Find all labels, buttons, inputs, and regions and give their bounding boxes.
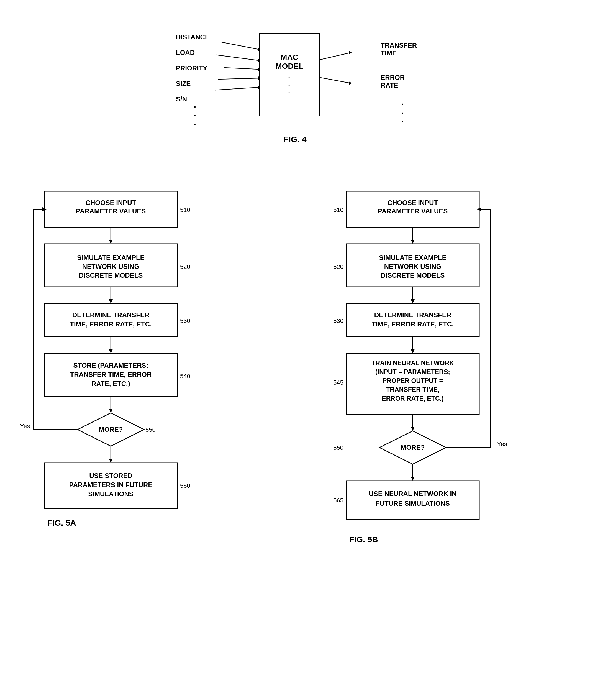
- svg-text:CHOOSE INPUT: CHOOSE INPUT: [388, 199, 438, 206]
- svg-text:PARAMETER VALUES: PARAMETER VALUES: [378, 207, 448, 215]
- svg-marker-26: [109, 299, 113, 303]
- fig5b-svg: CHOOSE INPUT PARAMETER VALUES 510 SIMULA…: [318, 186, 573, 671]
- fig5b-title: FIG. 5B: [349, 535, 378, 544]
- svg-text:SIMULATIONS: SIMULATIONS: [88, 490, 133, 498]
- svg-text:530: 530: [180, 317, 190, 324]
- svg-text:520: 520: [333, 263, 343, 270]
- svg-text:USE STORED: USE STORED: [89, 472, 132, 479]
- fig4-title: FIG. 4: [283, 135, 306, 144]
- fig4-diagram: DISTANCE LOAD PRIORITY SIZE S/N ··· MAC …: [170, 17, 420, 150]
- svg-line-10: [320, 53, 351, 60]
- svg-text:TRANSFER TIME,: TRANSFER TIME,: [386, 386, 439, 393]
- fig5-section: CHOOSE INPUT PARAMETER VALUES 510 SIMULA…: [0, 177, 590, 693]
- svg-line-0: [222, 42, 259, 49]
- input-distance: DISTANCE: [176, 33, 209, 41]
- svg-text:ERROR RATE, ETC.): ERROR RATE, ETC.): [382, 395, 444, 402]
- svg-text:Yes: Yes: [20, 423, 30, 430]
- svg-marker-39: [109, 409, 113, 413]
- fig4-mac-dots: ···: [288, 73, 291, 97]
- svg-text:SIMULATE EXAMPLE: SIMULATE EXAMPLE: [379, 254, 447, 261]
- svg-line-2: [216, 55, 259, 61]
- mac-box-line2: MODEL: [275, 62, 303, 71]
- mac-box-line1: MAC: [281, 53, 298, 62]
- svg-text:DISCRETE MODELS: DISCRETE MODELS: [79, 272, 143, 279]
- svg-marker-67: [411, 299, 415, 303]
- svg-text:565: 565: [333, 497, 343, 504]
- svg-text:DISCRETE MODELS: DISCRETE MODELS: [381, 272, 445, 279]
- svg-marker-32: [109, 349, 113, 353]
- svg-text:USE NEURAL NETWORK IN: USE NEURAL NETWORK IN: [369, 490, 457, 498]
- svg-text:545: 545: [333, 379, 343, 386]
- svg-text:PARAMETERS IN FUTURE: PARAMETERS IN FUTURE: [69, 481, 153, 489]
- svg-line-12: [320, 78, 351, 83]
- svg-text:TIME, ERROR RATE, ETC.: TIME, ERROR RATE, ETC.: [70, 320, 152, 328]
- svg-text:FUTURE SIMULATIONS: FUTURE SIMULATIONS: [376, 500, 450, 507]
- svg-rect-68: [346, 303, 479, 337]
- input-size: SIZE: [176, 80, 209, 88]
- svg-line-4: [224, 68, 259, 69]
- svg-text:(INPUT = PARAMETERS;: (INPUT = PARAMETERS;: [375, 368, 450, 375]
- svg-text:TRANSFER TIME, ERROR: TRANSFER TIME, ERROR: [70, 371, 152, 378]
- svg-text:MORE?: MORE?: [99, 426, 123, 433]
- svg-marker-82: [411, 427, 415, 431]
- output-transfer-time: TRANSFERTIME: [381, 41, 417, 57]
- svg-text:MORE?: MORE?: [401, 444, 425, 451]
- svg-text:SIMULATE EXAMPLE: SIMULATE EXAMPLE: [77, 254, 144, 261]
- svg-text:RATE, ETC.): RATE, ETC.): [91, 380, 130, 387]
- svg-text:PROPER OUTPUT =: PROPER OUTPUT =: [383, 377, 443, 384]
- svg-text:560: 560: [180, 482, 190, 489]
- svg-rect-27: [44, 303, 177, 337]
- fig5a-title: FIG. 5A: [47, 518, 76, 528]
- svg-text:Yes: Yes: [497, 441, 507, 448]
- svg-text:NETWORK USING: NETWORK USING: [384, 263, 441, 270]
- svg-text:550: 550: [333, 444, 343, 451]
- output-error-rate: ERRORRATE: [381, 74, 417, 89]
- svg-text:540: 540: [180, 373, 190, 380]
- fig4-mac-box: MAC MODEL ···: [259, 33, 320, 116]
- svg-marker-11: [349, 51, 352, 54]
- svg-text:530: 530: [333, 317, 343, 324]
- fig4-output-dots: ···: [401, 100, 404, 126]
- svg-text:TRAIN NEURAL NETWORK: TRAIN NEURAL NETWORK: [372, 359, 454, 367]
- svg-marker-60: [411, 240, 415, 244]
- fig4-section: DISTANCE LOAD PRIORITY SIZE S/N ··· MAC …: [0, 17, 590, 172]
- svg-text:PARAMETER VALUES: PARAMETER VALUES: [76, 207, 146, 215]
- svg-text:510: 510: [180, 206, 190, 213]
- svg-marker-92: [411, 476, 415, 481]
- svg-text:NETWORK USING: NETWORK USING: [82, 263, 139, 270]
- fig5a-svg: CHOOSE INPUT PARAMETER VALUES 510 SIMULA…: [17, 186, 266, 671]
- input-load: LOAD: [176, 49, 209, 57]
- svg-text:520: 520: [180, 263, 190, 270]
- svg-marker-49: [109, 459, 113, 463]
- svg-text:DETERMINE TRANSFER: DETERMINE TRANSFER: [374, 311, 452, 319]
- svg-marker-13: [349, 81, 352, 85]
- svg-text:550: 550: [145, 426, 156, 433]
- fig4-input-labels: DISTANCE LOAD PRIORITY SIZE S/N: [176, 33, 209, 103]
- input-sn: S/N: [176, 95, 209, 103]
- svg-marker-19: [109, 240, 113, 244]
- svg-text:CHOOSE INPUT: CHOOSE INPUT: [86, 199, 136, 206]
- svg-text:510: 510: [333, 206, 343, 213]
- svg-text:DETERMINE TRANSFER: DETERMINE TRANSFER: [72, 311, 150, 319]
- svg-marker-73: [411, 349, 415, 353]
- input-priority: PRIORITY: [176, 64, 209, 72]
- svg-text:STORE (PARAMETERS:: STORE (PARAMETERS:: [73, 362, 148, 369]
- svg-text:TIME, ERROR RATE, ETC.: TIME, ERROR RATE, ETC.: [372, 320, 454, 328]
- svg-line-8: [215, 87, 259, 90]
- fig4-input-dots: ···: [194, 102, 197, 129]
- fig4-output-labels: TRANSFERTIME ERRORRATE: [381, 41, 417, 89]
- svg-line-6: [218, 78, 259, 79]
